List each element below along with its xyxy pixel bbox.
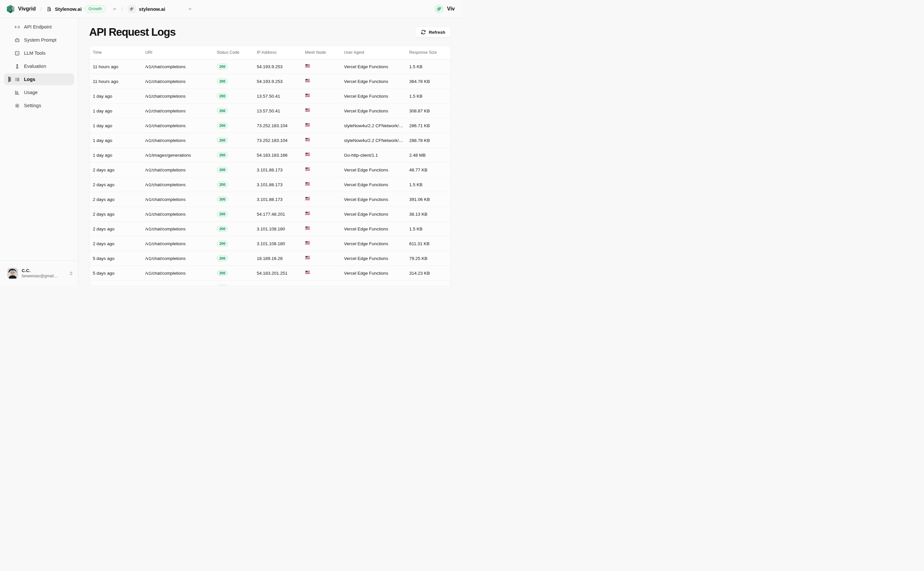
uri-cell: /v1/chat/completions bbox=[145, 197, 217, 202]
table-row[interactable]: 1 day ago/v1/chat/completions20073.252.1… bbox=[90, 133, 451, 148]
uri-cell: /v1/chat/completions bbox=[145, 108, 217, 113]
table-row[interactable]: 2 days ago/v1/chat/completions2003.101.8… bbox=[90, 192, 451, 207]
table-row[interactable]: 5 days ago/v1/chat/completions20054.183.… bbox=[90, 266, 451, 281]
user-agent-cell: Vercel Edge Functions bbox=[344, 241, 409, 246]
assistant-label: Viv bbox=[447, 6, 455, 12]
table-row[interactable]: 200 bbox=[90, 281, 451, 286]
status-badge: 200 bbox=[217, 152, 228, 158]
mesh-node-cell bbox=[305, 256, 344, 261]
chevron-down-icon[interactable] bbox=[188, 7, 192, 11]
ip-cell: 54.193.9.253 bbox=[257, 79, 305, 84]
sidebar-item-settings[interactable]: Settings bbox=[4, 100, 74, 111]
table-row[interactable]: 1 day ago/v1/chat/completions20013.57.50… bbox=[90, 103, 451, 118]
table-row[interactable]: 2 days ago/v1/chat/completions2003.101.1… bbox=[90, 222, 451, 236]
column-header: Mesh Node bbox=[305, 50, 344, 55]
sidebar-item-logs[interactable]: Logs bbox=[4, 73, 74, 85]
time-cell: 1 day ago bbox=[93, 94, 145, 99]
ip-cell: 54.183.183.166 bbox=[257, 153, 305, 157]
logs-icon bbox=[14, 77, 20, 82]
table-row[interactable]: 1 day ago/v1/chat/completions20073.252.1… bbox=[90, 118, 451, 133]
status-badge: 200 bbox=[217, 226, 228, 232]
ip-cell: 13.57.50.41 bbox=[257, 108, 305, 113]
us-flag-icon bbox=[305, 93, 311, 98]
uri-cell: /v1/chat/completions bbox=[145, 182, 217, 187]
sidebar-item-api-endpoint[interactable]: API Endpoint bbox=[4, 21, 74, 33]
refresh-button[interactable]: Refresh bbox=[415, 26, 451, 38]
system-prompt-icon bbox=[14, 37, 20, 43]
table-row[interactable]: 11 hours ago/v1/chat/completions20054.19… bbox=[90, 74, 451, 89]
breadcrumb-project[interactable]: stylenow.ai bbox=[128, 5, 192, 13]
status-cell: 200 bbox=[217, 211, 257, 217]
table-row[interactable]: 2 days ago/v1/chat/completions2003.101.8… bbox=[90, 177, 451, 192]
mesh-node-cell bbox=[305, 123, 344, 128]
us-flag-icon bbox=[305, 241, 311, 245]
us-flag-icon bbox=[305, 167, 311, 171]
status-badge: 200 bbox=[217, 196, 228, 202]
time-cell: 5 days ago bbox=[93, 271, 145, 276]
table-row[interactable]: 11 hours ago/v1/chat/completions20054.19… bbox=[90, 59, 451, 74]
sidebar-item-system-prompt[interactable]: System Prompt bbox=[4, 34, 74, 46]
us-flag-icon bbox=[305, 226, 311, 230]
uri-cell: /v1/chat/completions bbox=[145, 241, 217, 246]
column-header: Response Size bbox=[409, 50, 447, 55]
sidebar-item-usage[interactable]: Usage bbox=[4, 86, 74, 98]
table-row[interactable]: 1 day ago/v1/chat/completions20013.57.50… bbox=[90, 89, 451, 103]
status-badge: 200 bbox=[217, 137, 228, 143]
sidebar-item-llm-tools[interactable]: LLM Tools bbox=[4, 47, 74, 59]
status-cell: 200 bbox=[217, 93, 257, 99]
sidebar-item-evaluation[interactable]: Evaluation bbox=[4, 60, 74, 72]
project-name: stylenow.ai bbox=[139, 6, 165, 12]
refresh-icon bbox=[421, 29, 426, 35]
ip-cell: 13.57.50.41 bbox=[257, 94, 305, 99]
ip-cell: 54.177.48.201 bbox=[257, 212, 305, 217]
project-tile bbox=[128, 5, 136, 13]
response-size-cell: 1.5 KB bbox=[409, 182, 447, 187]
time-cell: 2 days ago bbox=[93, 197, 145, 202]
user-section[interactable]: C.C. fanweixiao@gmail.... bbox=[0, 261, 78, 286]
uri-cell: /v1/chat/completions bbox=[145, 168, 217, 173]
us-flag-icon bbox=[305, 138, 311, 142]
sidebar-item-label: API Endpoint bbox=[24, 24, 52, 29]
breadcrumb-separator: / bbox=[121, 6, 123, 12]
brand-name: Vivgrid bbox=[18, 6, 36, 12]
response-size-cell: 286.71 KB bbox=[409, 123, 447, 128]
time-cell: 1 day ago bbox=[93, 108, 145, 113]
organization-icon bbox=[46, 6, 52, 12]
chevron-down-icon[interactable] bbox=[113, 7, 117, 11]
response-size-cell: 48.77 KB bbox=[409, 168, 447, 173]
vivgrid-logo-icon bbox=[6, 5, 15, 14]
mesh-node-cell bbox=[305, 138, 344, 143]
response-size-cell: 308.87 KB bbox=[409, 108, 447, 113]
ip-cell: 3.101.108.180 bbox=[257, 241, 305, 246]
uri-cell: /v1/chat/completions bbox=[145, 79, 217, 84]
viv-sparkle-icon bbox=[434, 4, 444, 14]
uri-cell: /v1/chat/completions bbox=[145, 256, 217, 261]
us-flag-icon bbox=[305, 123, 311, 127]
user-agent-cell: Vercel Edge Functions bbox=[344, 94, 409, 99]
uri-cell: /v1/chat/completions bbox=[145, 64, 217, 69]
sidebar-item-label: Usage bbox=[24, 90, 38, 95]
table-row[interactable]: 2 days ago/v1/chat/completions2003.101.1… bbox=[90, 236, 451, 251]
assistant-launcher[interactable]: Viv bbox=[434, 4, 455, 14]
breadcrumb-org[interactable]: Stylenow.ai Growth bbox=[46, 5, 117, 12]
brand[interactable]: Vivgrid bbox=[6, 5, 36, 14]
status-badge: 200 bbox=[217, 78, 228, 84]
user-agent-cell: Vercel Edge Functions bbox=[344, 168, 409, 173]
top-bar: Vivgrid / Stylenow.ai Growth / stylenow.… bbox=[0, 0, 462, 18]
settings-icon bbox=[14, 103, 20, 108]
us-flag-icon bbox=[305, 270, 311, 275]
ip-cell: 3.101.88.173 bbox=[257, 182, 305, 187]
table-row[interactable]: 2 days ago/v1/chat/completions20054.177.… bbox=[90, 207, 451, 222]
mesh-node-cell bbox=[305, 270, 344, 276]
select-up-down-icon[interactable] bbox=[69, 271, 73, 276]
user-agent-cell: styleNow4u/2.2 CFNetwork/3... bbox=[344, 138, 409, 143]
time-cell: 11 hours ago bbox=[93, 64, 145, 69]
mesh-node-cell bbox=[305, 93, 344, 99]
table-row[interactable]: 1 day ago/v1/images/generations20054.183… bbox=[90, 148, 451, 163]
uri-cell: /v1/chat/completions bbox=[145, 138, 217, 143]
table-row[interactable]: 2 days ago/v1/chat/completions2003.101.8… bbox=[90, 163, 451, 177]
sidebar-item-label: Settings bbox=[24, 103, 41, 108]
table-row[interactable]: 5 days ago/v1/chat/completions20018.189.… bbox=[90, 251, 451, 266]
us-flag-icon bbox=[305, 79, 311, 83]
uri-cell: /v1/chat/completions bbox=[145, 94, 217, 99]
